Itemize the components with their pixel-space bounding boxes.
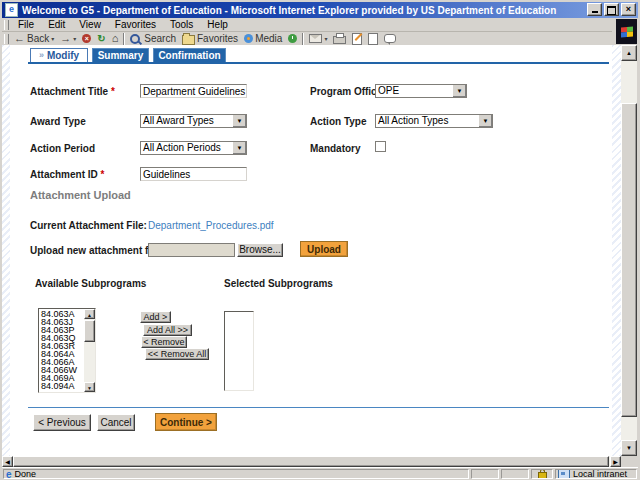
scroll-up-icon[interactable]: ▲ <box>621 45 637 61</box>
continue-button[interactable]: Continue > <box>155 413 217 431</box>
dropdown-arrow-icon[interactable]: ▼ <box>452 85 466 97</box>
toolbar-grip <box>4 20 9 30</box>
menu-help[interactable]: Help <box>200 18 235 31</box>
status-bar: e Done Local intranet <box>2 467 638 479</box>
media-button[interactable]: Media <box>241 32 285 45</box>
file-upload-input[interactable] <box>148 243 235 257</box>
forward-button[interactable]: → ▾ <box>57 32 79 45</box>
available-subprograms-listbox[interactable]: 84.063A84.063J84.063P84.063Q84.063R84.06… <box>38 308 96 393</box>
scrollbar-thumb[interactable] <box>621 103 637 417</box>
tab-modify[interactable]: » Modify <box>30 48 88 62</box>
history-button[interactable] <box>285 32 300 45</box>
title-bar: e Welcome to G5 - Department of Educatio… <box>2 2 638 18</box>
print-button[interactable] <box>330 32 349 45</box>
toolbar-separator <box>302 33 304 45</box>
selected-subprograms-listbox[interactable] <box>224 311 254 391</box>
zone-text: Local intranet <box>573 469 627 479</box>
browse-button[interactable]: Browse... <box>237 243 283 257</box>
mail-dropdown-icon[interactable]: ▾ <box>324 35 327 42</box>
remove-all-button[interactable]: << Remove All <box>145 348 209 360</box>
action-type-label: Action Type <box>310 116 366 127</box>
action-type-select[interactable]: All Action Types ▼ <box>375 114 493 128</box>
intranet-zone-icon <box>558 469 570 479</box>
ie-page-icon: e <box>5 3 18 17</box>
listbox-scrollbar[interactable]: ▲ ▼ <box>84 309 95 392</box>
menu-edit[interactable]: Edit <box>41 18 72 31</box>
previous-button[interactable]: < Previous <box>33 414 91 431</box>
messenger-button[interactable] <box>381 32 399 45</box>
stop-button[interactable]: × <box>79 32 94 45</box>
security-pane <box>531 469 553 479</box>
minimize-button[interactable] <box>587 3 602 16</box>
search-icon <box>130 34 140 44</box>
attachment-title-input[interactable]: Department Guidelines <box>140 84 247 98</box>
menu-view[interactable]: View <box>72 18 108 31</box>
dropdown-arrow-icon[interactable]: ▼ <box>232 142 246 154</box>
menu-bar: File Edit View Favorites Tools Help <box>2 18 612 32</box>
discuss-button[interactable] <box>365 32 381 45</box>
mail-button[interactable]: ▾ <box>306 32 330 45</box>
page-left-border <box>2 45 10 456</box>
footer-divider <box>28 407 609 408</box>
home-button[interactable]: ⌂ <box>109 32 122 45</box>
scroll-up-icon[interactable]: ▲ <box>84 309 95 319</box>
scroll-left-icon[interactable]: ◀ <box>2 456 13 467</box>
status-pane-empty <box>501 469 529 479</box>
upload-button[interactable]: Upload <box>300 241 348 257</box>
menu-tools[interactable]: Tools <box>163 18 200 31</box>
back-button[interactable]: ← Back ▾ <box>11 32 57 45</box>
attachment-upload-section-title: Attachment Upload <box>30 189 131 201</box>
page-content: » Modify Summary Confirmation Attachment… <box>2 45 621 456</box>
dropdown-arrow-icon[interactable]: ▼ <box>478 115 492 127</box>
lock-icon <box>538 472 547 479</box>
program-office-label: Program Office <box>310 86 382 97</box>
close-button[interactable]: × <box>621 3 636 16</box>
award-type-label: Award Type <box>30 116 86 127</box>
attachment-id-input[interactable]: Guidelines <box>140 167 247 181</box>
back-icon: ← <box>14 33 25 44</box>
remove-button[interactable]: < Remove <box>141 336 187 348</box>
menu-file[interactable]: File <box>11 18 41 31</box>
edit-button[interactable] <box>349 32 365 45</box>
browser-window: e Welcome to G5 - Department of Educatio… <box>0 0 640 480</box>
horizontal-scrollbar[interactable]: ◀ ▶ <box>2 456 621 467</box>
program-office-select[interactable]: OPE ▼ <box>375 84 467 98</box>
action-period-select[interactable]: All Action Periods ▼ <box>140 141 247 155</box>
dropdown-arrow-icon[interactable]: ▼ <box>232 115 246 127</box>
add-button[interactable]: Add > <box>140 311 171 323</box>
current-attachment-file-label: Current Attachment File: <box>30 220 147 231</box>
attachment-title-label: Attachment Title * <box>30 86 115 97</box>
scrollbar-corner <box>621 456 637 467</box>
scrollbar-thumb[interactable] <box>13 456 609 467</box>
favorites-button[interactable]: Favorites <box>179 32 241 45</box>
search-button[interactable]: Search <box>127 32 179 45</box>
refresh-button[interactable]: ↻ <box>94 32 108 45</box>
restore-button[interactable] <box>604 3 619 16</box>
document-icon <box>368 33 378 45</box>
tab-confirmation[interactable]: Confirmation <box>153 48 226 62</box>
windows-logo <box>616 19 637 44</box>
toolbar-separator <box>123 33 125 45</box>
mandatory-label: Mandatory <box>310 143 361 154</box>
forward-dropdown-icon[interactable]: ▾ <box>73 35 76 42</box>
stop-icon: × <box>82 34 91 43</box>
selected-subprograms-label: Selected Subprograms <box>224 278 333 289</box>
tab-summary[interactable]: Summary <box>92 48 149 62</box>
current-attachment-file-link[interactable]: Department_Procedures.pdf <box>148 220 274 231</box>
award-type-select[interactable]: All Award Types ▼ <box>140 114 247 128</box>
add-all-button[interactable]: Add All >> <box>143 324 192 336</box>
scroll-down-icon[interactable]: ▼ <box>621 440 637 456</box>
menu-favorites[interactable]: Favorites <box>108 18 163 31</box>
list-option[interactable]: 84.094A <box>40 382 83 390</box>
scrollbar-thumb[interactable] <box>84 320 95 342</box>
scroll-down-icon[interactable]: ▼ <box>84 382 95 392</box>
cancel-button[interactable]: Cancel <box>97 414 135 431</box>
toolbar-grip <box>4 34 9 44</box>
window-controls: × <box>587 3 636 16</box>
back-dropdown-icon[interactable]: ▾ <box>51 35 54 42</box>
vertical-scrollbar[interactable]: ▲ ▼ <box>621 45 637 456</box>
page-right-border <box>612 45 621 456</box>
scroll-right-icon[interactable]: ▶ <box>610 456 621 467</box>
mandatory-checkbox[interactable] <box>375 141 386 152</box>
required-asterisk: * <box>111 86 115 97</box>
